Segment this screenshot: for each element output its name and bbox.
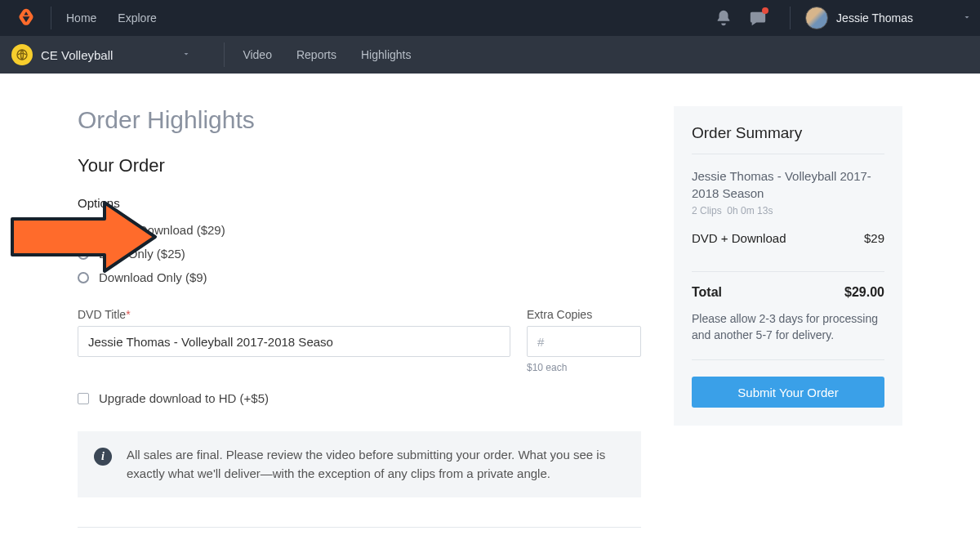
chevron-down-icon[interactable] [962, 11, 972, 25]
hudl-logo[interactable] [15, 7, 38, 29]
summary-line-item: DVD + Download $29 [692, 231, 884, 258]
radio-icon [78, 248, 89, 260]
summary-meta: 2 Clips 0h 0m 13s [692, 205, 884, 216]
svg-point-0 [17, 50, 27, 60]
extra-copies-input[interactable] [527, 326, 641, 357]
user-name[interactable]: Jessie Thomas [836, 11, 913, 25]
avatar[interactable] [805, 7, 828, 29]
radio-icon [78, 225, 89, 236]
divider [51, 7, 51, 29]
upgrade-hd-label: Upgrade download to HD (+$5) [99, 391, 269, 405]
option-dvd-only[interactable]: DVD Only ($25) [78, 247, 641, 261]
divider [790, 7, 791, 29]
radio-icon [78, 272, 89, 283]
info-icon: i [94, 448, 112, 466]
upgrade-hd-checkbox[interactable]: Upgrade download to HD (+$5) [78, 391, 641, 405]
team-icon[interactable] [11, 44, 33, 65]
dvd-title-label: DVD Title* [78, 308, 131, 321]
team-name[interactable]: CE Volleyball [41, 48, 113, 62]
option-label: DVD + Download ($29) [99, 223, 225, 237]
context-navbar: CE Volleyball Video Reports Highlights [0, 36, 980, 74]
divider [224, 42, 225, 67]
tab-reports[interactable]: Reports [296, 48, 336, 61]
summary-title: Order Summary [692, 124, 884, 154]
extra-copies-hint: $10 each [527, 362, 641, 373]
summary-product-name: Jessie Thomas - Volleyball 2017-2018 Sea… [692, 167, 884, 202]
option-download-only[interactable]: Download Only ($9) [78, 270, 641, 284]
unread-badge [762, 7, 768, 14]
extra-copies-label: Extra Copies [527, 308, 592, 321]
summary-total: Total $29.00 [692, 271, 884, 300]
section-your-order: Your Order [78, 155, 641, 176]
option-dvd-download[interactable]: DVD + Download ($29) [78, 223, 641, 237]
checkbox-icon [78, 393, 89, 404]
messages-icon[interactable] [749, 9, 767, 27]
option-label: Download Only ($9) [99, 270, 207, 284]
options-heading: Options [78, 196, 641, 210]
order-summary-panel: Order Summary Jessie Thomas - Volleyball… [674, 106, 902, 426]
tab-highlights[interactable]: Highlights [361, 48, 411, 61]
divider [78, 527, 641, 528]
page-title: Order Highlights [78, 106, 641, 134]
nav-home[interactable]: Home [66, 11, 96, 25]
notifications-icon[interactable] [715, 9, 733, 27]
option-label: DVD Only ($25) [99, 247, 185, 261]
top-navbar: Home Explore Jessie Thomas [0, 0, 980, 36]
tab-video[interactable]: Video [243, 48, 272, 61]
info-text: All sales are final. Please review the v… [127, 446, 625, 483]
chevron-down-icon[interactable] [181, 47, 191, 62]
nav-explore[interactable]: Explore [118, 11, 156, 25]
submit-order-button[interactable]: Submit Your Order [692, 377, 884, 408]
summary-note: Please allow 2-3 days for processing and… [692, 311, 884, 360]
info-banner: i All sales are final. Please review the… [78, 431, 641, 497]
dvd-title-input[interactable] [78, 326, 510, 357]
